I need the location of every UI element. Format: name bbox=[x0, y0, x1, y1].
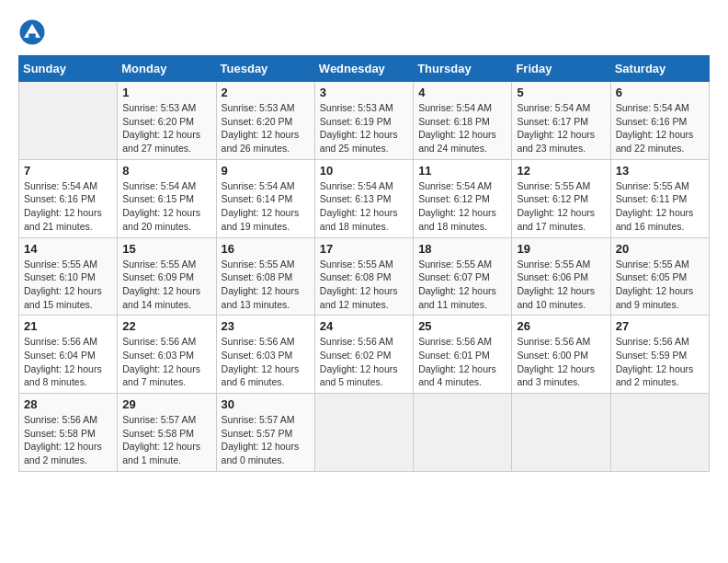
day-info: Sunrise: 5:54 AM Sunset: 6:15 PM Dayligh… bbox=[122, 179, 210, 234]
header-friday: Friday bbox=[512, 56, 610, 82]
day-number: 14 bbox=[24, 242, 112, 256]
day-info: Sunrise: 5:55 AM Sunset: 6:08 PM Dayligh… bbox=[222, 258, 310, 312]
calendar-week-row: 28Sunrise: 5:56 AM Sunset: 5:58 PM Dayli… bbox=[19, 394, 710, 472]
calendar-header-row: SundayMondayTuesdayWednesdayThursdayFrid… bbox=[19, 56, 710, 82]
calendar-cell: 27Sunrise: 5:56 AM Sunset: 5:59 PM Dayli… bbox=[610, 316, 709, 394]
calendar-week-row: 1Sunrise: 5:53 AM Sunset: 6:20 PM Daylig… bbox=[19, 82, 710, 160]
day-number: 12 bbox=[517, 164, 605, 178]
day-info: Sunrise: 5:56 AM Sunset: 6:00 PM Dayligh… bbox=[517, 335, 605, 389]
logo bbox=[18, 18, 50, 46]
day-number: 17 bbox=[320, 242, 408, 256]
day-number: 23 bbox=[222, 319, 310, 333]
day-number: 27 bbox=[616, 319, 704, 333]
calendar-cell: 8Sunrise: 5:54 AM Sunset: 6:15 PM Daylig… bbox=[118, 159, 216, 237]
day-info: Sunrise: 5:56 AM Sunset: 6:02 PM Dayligh… bbox=[320, 335, 408, 389]
calendar-cell: 11Sunrise: 5:54 AM Sunset: 6:12 PM Dayli… bbox=[414, 159, 512, 237]
day-info: Sunrise: 5:53 AM Sunset: 6:20 PM Dayligh… bbox=[222, 101, 310, 155]
calendar-week-row: 7Sunrise: 5:54 AM Sunset: 6:16 PM Daylig… bbox=[19, 159, 710, 237]
day-info: Sunrise: 5:55 AM Sunset: 6:11 PM Dayligh… bbox=[616, 179, 704, 234]
day-number: 10 bbox=[320, 164, 408, 178]
day-info: Sunrise: 5:53 AM Sunset: 6:20 PM Dayligh… bbox=[122, 101, 210, 155]
calendar-week-row: 14Sunrise: 5:55 AM Sunset: 6:10 PM Dayli… bbox=[19, 237, 710, 316]
calendar-cell: 28Sunrise: 5:56 AM Sunset: 5:58 PM Dayli… bbox=[19, 394, 118, 472]
day-number: 6 bbox=[616, 86, 704, 99]
day-number: 11 bbox=[418, 164, 506, 178]
day-number: 29 bbox=[122, 397, 210, 411]
calendar-cell: 10Sunrise: 5:54 AM Sunset: 6:13 PM Dayli… bbox=[314, 159, 413, 237]
day-info: Sunrise: 5:54 AM Sunset: 6:16 PM Dayligh… bbox=[616, 101, 704, 155]
day-number: 20 bbox=[616, 242, 704, 256]
header-saturday: Saturday bbox=[610, 56, 709, 82]
day-info: Sunrise: 5:54 AM Sunset: 6:13 PM Dayligh… bbox=[320, 179, 408, 234]
calendar-cell: 4Sunrise: 5:54 AM Sunset: 6:18 PM Daylig… bbox=[414, 82, 512, 160]
day-info: Sunrise: 5:55 AM Sunset: 6:10 PM Dayligh… bbox=[24, 258, 112, 312]
day-info: Sunrise: 5:55 AM Sunset: 6:09 PM Dayligh… bbox=[122, 258, 210, 312]
calendar-cell: 9Sunrise: 5:54 AM Sunset: 6:14 PM Daylig… bbox=[216, 159, 314, 237]
calendar-cell: 7Sunrise: 5:54 AM Sunset: 6:16 PM Daylig… bbox=[19, 159, 118, 237]
calendar-cell: 13Sunrise: 5:55 AM Sunset: 6:11 PM Dayli… bbox=[610, 159, 709, 237]
calendar-cell: 23Sunrise: 5:56 AM Sunset: 6:03 PM Dayli… bbox=[216, 316, 314, 394]
day-number: 24 bbox=[320, 319, 408, 333]
calendar-cell bbox=[414, 394, 512, 472]
calendar-cell bbox=[19, 82, 118, 160]
calendar-cell: 2Sunrise: 5:53 AM Sunset: 6:20 PM Daylig… bbox=[216, 82, 314, 160]
calendar-cell: 30Sunrise: 5:57 AM Sunset: 5:57 PM Dayli… bbox=[216, 394, 314, 472]
day-number: 4 bbox=[418, 86, 506, 99]
calendar-cell: 3Sunrise: 5:53 AM Sunset: 6:19 PM Daylig… bbox=[314, 82, 413, 160]
calendar-cell: 5Sunrise: 5:54 AM Sunset: 6:17 PM Daylig… bbox=[512, 82, 610, 160]
header-monday: Monday bbox=[118, 56, 216, 82]
calendar-cell: 15Sunrise: 5:55 AM Sunset: 6:09 PM Dayli… bbox=[118, 237, 216, 316]
day-info: Sunrise: 5:55 AM Sunset: 6:08 PM Dayligh… bbox=[320, 258, 408, 312]
day-number: 26 bbox=[517, 319, 605, 333]
day-number: 9 bbox=[222, 164, 310, 178]
day-info: Sunrise: 5:54 AM Sunset: 6:12 PM Dayligh… bbox=[418, 179, 506, 234]
calendar-cell: 16Sunrise: 5:55 AM Sunset: 6:08 PM Dayli… bbox=[216, 237, 314, 316]
day-info: Sunrise: 5:56 AM Sunset: 6:03 PM Dayligh… bbox=[222, 335, 310, 389]
day-info: Sunrise: 5:55 AM Sunset: 6:05 PM Dayligh… bbox=[616, 258, 704, 312]
header-thursday: Thursday bbox=[414, 56, 512, 82]
day-info: Sunrise: 5:56 AM Sunset: 6:01 PM Dayligh… bbox=[418, 335, 506, 389]
day-number: 28 bbox=[24, 397, 112, 411]
header-tuesday: Tuesday bbox=[216, 56, 314, 82]
calendar-cell: 18Sunrise: 5:55 AM Sunset: 6:07 PM Dayli… bbox=[414, 237, 512, 316]
day-info: Sunrise: 5:56 AM Sunset: 6:04 PM Dayligh… bbox=[24, 335, 112, 389]
calendar-cell: 17Sunrise: 5:55 AM Sunset: 6:08 PM Dayli… bbox=[314, 237, 413, 316]
day-number: 19 bbox=[517, 242, 605, 256]
day-number: 15 bbox=[122, 242, 210, 256]
calendar-cell bbox=[512, 394, 610, 472]
day-number: 7 bbox=[24, 164, 112, 178]
calendar-cell: 14Sunrise: 5:55 AM Sunset: 6:10 PM Dayli… bbox=[19, 237, 118, 316]
day-info: Sunrise: 5:54 AM Sunset: 6:14 PM Dayligh… bbox=[222, 179, 310, 234]
calendar-cell bbox=[314, 394, 413, 472]
day-info: Sunrise: 5:55 AM Sunset: 6:07 PM Dayligh… bbox=[418, 258, 506, 312]
page-header bbox=[18, 18, 710, 46]
calendar-week-row: 21Sunrise: 5:56 AM Sunset: 6:04 PM Dayli… bbox=[19, 316, 710, 394]
calendar-cell bbox=[610, 394, 709, 472]
header-sunday: Sunday bbox=[19, 56, 118, 82]
day-info: Sunrise: 5:56 AM Sunset: 5:58 PM Dayligh… bbox=[24, 413, 112, 467]
day-number: 21 bbox=[24, 319, 112, 333]
header-wednesday: Wednesday bbox=[314, 56, 413, 82]
day-number: 2 bbox=[222, 86, 310, 99]
day-number: 16 bbox=[222, 242, 310, 256]
svg-rect-2 bbox=[28, 34, 36, 40]
calendar-cell: 19Sunrise: 5:55 AM Sunset: 6:06 PM Dayli… bbox=[512, 237, 610, 316]
day-info: Sunrise: 5:57 AM Sunset: 5:57 PM Dayligh… bbox=[222, 413, 310, 467]
calendar-cell: 22Sunrise: 5:56 AM Sunset: 6:03 PM Dayli… bbox=[118, 316, 216, 394]
calendar-cell: 29Sunrise: 5:57 AM Sunset: 5:58 PM Dayli… bbox=[118, 394, 216, 472]
day-info: Sunrise: 5:56 AM Sunset: 6:03 PM Dayligh… bbox=[122, 335, 210, 389]
calendar-cell: 21Sunrise: 5:56 AM Sunset: 6:04 PM Dayli… bbox=[19, 316, 118, 394]
day-info: Sunrise: 5:57 AM Sunset: 5:58 PM Dayligh… bbox=[122, 413, 210, 467]
day-info: Sunrise: 5:53 AM Sunset: 6:19 PM Dayligh… bbox=[320, 101, 408, 155]
day-info: Sunrise: 5:55 AM Sunset: 6:06 PM Dayligh… bbox=[517, 258, 605, 312]
day-number: 13 bbox=[616, 164, 704, 178]
day-number: 3 bbox=[320, 86, 408, 99]
calendar-cell: 12Sunrise: 5:55 AM Sunset: 6:12 PM Dayli… bbox=[512, 159, 610, 237]
day-number: 8 bbox=[122, 164, 210, 178]
calendar-cell: 25Sunrise: 5:56 AM Sunset: 6:01 PM Dayli… bbox=[414, 316, 512, 394]
day-number: 1 bbox=[122, 86, 210, 99]
day-number: 25 bbox=[418, 319, 506, 333]
day-info: Sunrise: 5:55 AM Sunset: 6:12 PM Dayligh… bbox=[517, 179, 605, 234]
calendar-cell: 24Sunrise: 5:56 AM Sunset: 6:02 PM Dayli… bbox=[314, 316, 413, 394]
day-number: 30 bbox=[222, 397, 310, 411]
